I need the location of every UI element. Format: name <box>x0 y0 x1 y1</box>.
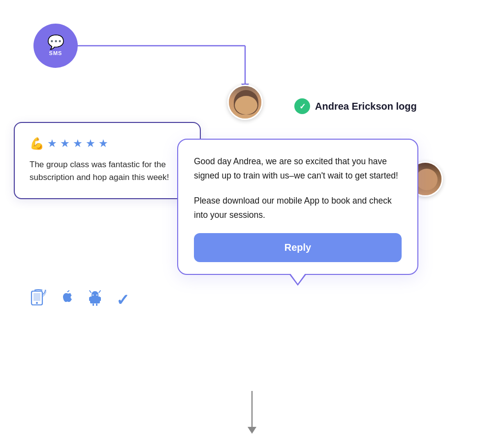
checkmark-icon: ✓ <box>116 291 129 309</box>
avatar-female <box>227 85 263 120</box>
star-1: ★ <box>47 137 57 150</box>
svg-marker-4 <box>248 427 256 434</box>
svg-point-6 <box>36 302 38 304</box>
svg-rect-9 <box>100 297 101 301</box>
svg-line-12 <box>90 291 91 293</box>
star-3: ★ <box>73 137 83 150</box>
sms-icon-bubble: 💬 SMS <box>33 24 78 68</box>
review-card: 💪 ★ ★ ★ ★ ★ The group class was fantasti… <box>14 122 201 199</box>
stars-row: 💪 ★ ★ ★ ★ ★ <box>30 137 185 150</box>
sms-label-text: SMS <box>49 50 63 56</box>
login-badge: ✓ Andrea Erickson logg <box>294 98 417 114</box>
svg-point-10 <box>93 295 94 296</box>
svg-rect-14 <box>93 303 94 306</box>
login-badge-text: Andrea Erickson logg <box>315 101 417 112</box>
svg-point-11 <box>96 295 97 296</box>
review-text: The group class was fantastic for the su… <box>30 158 185 184</box>
apple-icon <box>60 290 74 309</box>
chat-paragraph-1: Good day Andrea, we are so excited that … <box>194 154 402 183</box>
main-chat-bubble: Good day Andrea, we are so excited that … <box>177 139 418 275</box>
android-icon <box>88 290 102 310</box>
scene: 💬 SMS ✓ Andrea Erickson logg 💪 ★ ★ ★ ★ ★… <box>0 0 504 448</box>
reply-button[interactable]: Reply <box>194 233 402 262</box>
device-icon <box>31 289 46 310</box>
svg-rect-8 <box>89 297 90 301</box>
star-5: ★ <box>98 137 108 150</box>
star-2: ★ <box>60 137 70 150</box>
check-circle-icon: ✓ <box>294 98 310 114</box>
star-4: ★ <box>86 137 95 150</box>
sms-chat-icon: 💬 <box>47 35 64 49</box>
svg-rect-15 <box>96 303 97 306</box>
svg-line-13 <box>99 291 100 293</box>
muscle-emoji: 💪 <box>30 137 44 150</box>
icons-row: ✓ <box>31 289 129 310</box>
chat-paragraph-2: Please download our mobile App to book a… <box>194 194 402 222</box>
svg-rect-7 <box>33 293 40 301</box>
